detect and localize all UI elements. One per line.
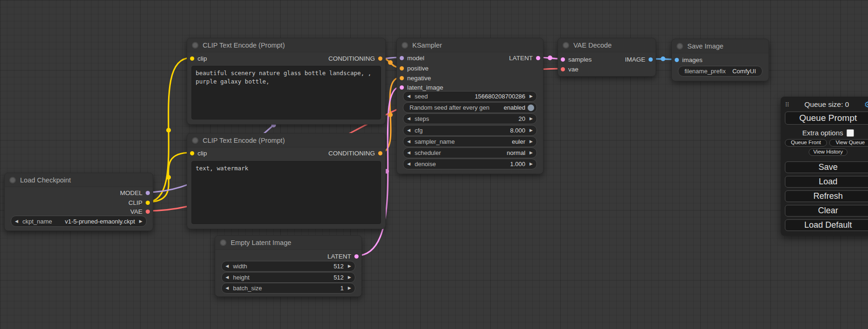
- prev-arrow-icon[interactable]: ◀: [407, 162, 410, 166]
- node-ksampler[interactable]: KSampler model positive negative latent_…: [396, 38, 543, 174]
- prev-arrow-icon[interactable]: ◀: [226, 264, 229, 268]
- node-title-bar[interactable]: Save Image: [672, 39, 769, 53]
- node-title: Load Checkpoint: [20, 176, 71, 184]
- collapse-dot-icon[interactable]: [9, 177, 16, 183]
- queue-front-button[interactable]: Queue Front: [785, 139, 827, 147]
- node-load-checkpoint[interactable]: Load Checkpoint MODEL CLIP VAE ◀ ckpt_na…: [4, 173, 153, 231]
- widget-label: steps: [415, 115, 429, 122]
- node-title: Empty Latent Image: [231, 239, 291, 246]
- sampler-name-widget[interactable]: ◀ sampler_name euler ▶: [403, 136, 537, 147]
- clip-input-dot[interactable]: [190, 151, 194, 155]
- seed-widget[interactable]: ◀ seed 156680208700286 ▶: [403, 91, 537, 102]
- next-arrow-icon[interactable]: ▶: [529, 151, 533, 155]
- collapse-dot-icon[interactable]: [192, 137, 198, 144]
- latent-image-input-dot[interactable]: [400, 85, 404, 90]
- collapse-dot-icon[interactable]: [563, 42, 569, 49]
- widget-label: batch_size: [233, 285, 262, 292]
- drag-handle-icon[interactable]: ⠿: [785, 101, 790, 108]
- image-output-dot[interactable]: [649, 57, 653, 62]
- clear-button[interactable]: Clear: [785, 205, 868, 217]
- next-arrow-icon[interactable]: ▶: [529, 128, 533, 133]
- cfg-widget[interactable]: ◀ cfg 8.000 ▶: [403, 125, 537, 136]
- node-title: KSampler: [412, 42, 442, 49]
- next-arrow-icon[interactable]: ▶: [529, 94, 533, 98]
- node-title-bar[interactable]: CLIP Text Encode (Prompt): [187, 133, 385, 147]
- filename-prefix-widget[interactable]: filename_prefix ComfyUI: [678, 66, 762, 77]
- node-clip-text-encode-negative[interactable]: CLIP Text Encode (Prompt) clip CONDITION…: [187, 133, 386, 229]
- input-slot-images: images: [675, 56, 703, 64]
- save-button[interactable]: Save: [785, 161, 868, 173]
- link-midpoint-dot: [388, 112, 393, 117]
- latent-output-dot[interactable]: [536, 56, 540, 60]
- width-widget[interactable]: ◀ width 512 ▶: [221, 261, 355, 272]
- steps-widget[interactable]: ◀ steps 20 ▶: [403, 113, 537, 124]
- collapse-dot-icon[interactable]: [677, 43, 683, 49]
- model-output-dot[interactable]: [146, 191, 150, 195]
- clip-input-dot[interactable]: [190, 56, 194, 61]
- slot-label: CLIP: [128, 199, 142, 206]
- prev-arrow-icon[interactable]: ◀: [407, 117, 410, 121]
- prev-arrow-icon[interactable]: ◀: [407, 151, 410, 155]
- node-title-bar[interactable]: CLIP Text Encode (Prompt): [187, 38, 385, 52]
- slot-label: vae: [568, 66, 579, 73]
- node-title-bar[interactable]: Empty Latent Image: [215, 236, 361, 250]
- node-save-image[interactable]: Save Image images filename_prefix ComfyU…: [671, 39, 769, 81]
- next-arrow-icon[interactable]: ▶: [529, 162, 533, 166]
- vae-input-dot[interactable]: [561, 67, 565, 71]
- prev-arrow-icon[interactable]: ◀: [407, 140, 410, 144]
- refresh-button[interactable]: Refresh: [785, 190, 868, 202]
- scheduler-widget[interactable]: ◀ scheduler normal ▶: [403, 147, 537, 158]
- latent-output-dot[interactable]: [354, 254, 359, 259]
- view-queue-button[interactable]: View Queue: [829, 139, 868, 147]
- prev-arrow-icon[interactable]: ◀: [407, 128, 410, 133]
- next-arrow-icon[interactable]: ▶: [529, 140, 533, 144]
- slot-label: negative: [407, 75, 431, 82]
- load-button[interactable]: Load: [785, 176, 868, 188]
- conditioning-output-dot[interactable]: [378, 56, 382, 61]
- prev-arrow-icon[interactable]: ◀: [407, 94, 410, 98]
- ckpt-name-widget[interactable]: ◀ ckpt_name v1-5-pruned-emaonly.ckpt ▶: [11, 216, 147, 227]
- model-input-dot[interactable]: [400, 56, 404, 60]
- extra-options-checkbox[interactable]: [847, 129, 854, 137]
- widget-value: 1.000: [510, 161, 526, 168]
- images-input-dot[interactable]: [675, 58, 679, 62]
- node-title-bar[interactable]: Load Checkpoint: [5, 173, 153, 187]
- toggle-knob-icon[interactable]: [528, 105, 534, 111]
- next-arrow-icon[interactable]: ▶: [139, 219, 142, 224]
- view-history-button[interactable]: View History: [809, 148, 848, 156]
- batch-size-widget[interactable]: ◀ batch_size 1 ▶: [221, 283, 355, 294]
- height-widget[interactable]: ◀ height 512 ▶: [221, 272, 355, 283]
- next-arrow-icon[interactable]: ▶: [529, 117, 533, 121]
- prev-arrow-icon[interactable]: ◀: [226, 286, 229, 290]
- node-title-bar[interactable]: KSampler: [397, 38, 543, 52]
- prev-arrow-icon[interactable]: ◀: [15, 219, 18, 224]
- prompt-text-area[interactable]: text, watermark: [191, 161, 381, 224]
- denoise-widget[interactable]: ◀ denoise 1.000 ▶: [403, 159, 537, 169]
- vae-output-dot[interactable]: [146, 210, 150, 214]
- node-empty-latent-image[interactable]: Empty Latent Image LATENT ◀ width 512 ▶ …: [215, 235, 362, 297]
- next-arrow-icon[interactable]: ▶: [348, 286, 351, 290]
- conditioning-output-dot[interactable]: [378, 151, 382, 155]
- settings-gear-icon[interactable]: ⚙: [864, 101, 868, 109]
- prompt-text-area[interactable]: beautiful scenery nature glass bottle la…: [191, 66, 381, 119]
- node-title-bar[interactable]: VAE Decode: [558, 38, 656, 52]
- widget-label: seed: [415, 93, 428, 100]
- node-clip-text-encode-positive[interactable]: CLIP Text Encode (Prompt) clip CONDITION…: [187, 38, 386, 125]
- node-vae-decode[interactable]: VAE Decode samples vae IMAGE: [557, 38, 656, 77]
- queue-prompt-button[interactable]: Queue Prompt: [785, 112, 868, 125]
- widget-value: enabled: [504, 104, 525, 111]
- load-default-button[interactable]: Load Default: [785, 219, 868, 231]
- collapse-dot-icon[interactable]: [220, 239, 226, 246]
- next-arrow-icon[interactable]: ▶: [348, 275, 351, 280]
- clip-output-dot[interactable]: [146, 201, 150, 205]
- negative-input-dot[interactable]: [400, 76, 404, 80]
- random-seed-toggle-widget[interactable]: Random seed after every gen enabled: [403, 102, 537, 113]
- widget-value: ComfyUI: [732, 68, 756, 75]
- samples-input-dot[interactable]: [561, 57, 565, 62]
- widget-value: 156680208700286: [475, 93, 525, 100]
- prev-arrow-icon[interactable]: ◀: [226, 275, 229, 280]
- next-arrow-icon[interactable]: ▶: [348, 264, 351, 268]
- positive-input-dot[interactable]: [400, 66, 404, 70]
- collapse-dot-icon[interactable]: [402, 42, 408, 49]
- collapse-dot-icon[interactable]: [192, 42, 198, 49]
